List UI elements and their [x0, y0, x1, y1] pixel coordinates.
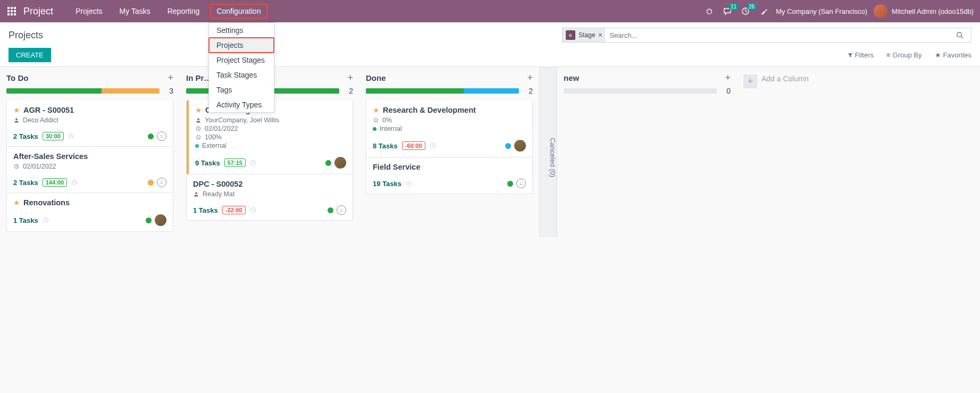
column-add-icon[interactable]: + — [167, 72, 173, 83]
kanban-card[interactable]: DPC - S00052 Ready Mat 1 Tasks -22:00 — [186, 174, 353, 221]
column-title[interactable]: Done — [366, 73, 386, 82]
star-icon[interactable]: ★ — [195, 106, 202, 114]
column-count: 0 — [723, 87, 731, 95]
svg-point-28 — [197, 136, 198, 137]
apps-icon[interactable] — [6, 6, 17, 16]
column-add-icon[interactable]: + — [527, 72, 533, 83]
svg-point-34 — [342, 209, 343, 210]
assignee-avatar-icon[interactable] — [514, 140, 526, 152]
kanban-column: To Do + 3 ★AGR - S00051 Deco Addict 2 Ta… — [0, 67, 180, 237]
menu-projects[interactable]: Projects — [68, 2, 110, 21]
search-input[interactable] — [605, 31, 956, 39]
clock-icon — [195, 126, 202, 131]
card-foot-right — [148, 131, 166, 141]
clock-icon — [13, 164, 20, 169]
dropdown-task-stages[interactable]: Task Stages — [209, 68, 274, 82]
menu-my-tasks[interactable]: My Tasks — [112, 2, 158, 21]
kanban-column: Done + 2 ★Research & Development 0%Inter… — [359, 67, 539, 237]
app-brand[interactable]: Project — [23, 6, 53, 17]
status-dot-icon[interactable] — [148, 133, 154, 139]
status-dot-icon[interactable] — [325, 160, 331, 166]
svg-point-36 — [375, 119, 375, 120]
svg-point-23 — [162, 181, 163, 182]
dropdown-project-stages[interactable]: Project Stages — [209, 53, 274, 68]
company-selector[interactable]: My Company (San Francisco) — [776, 7, 867, 15]
tasks-link[interactable]: 19 Tasks — [373, 180, 401, 188]
status-dot-icon[interactable] — [507, 181, 513, 187]
satisfaction-icon[interactable] — [157, 131, 166, 141]
star-icon[interactable]: ★ — [373, 106, 380, 114]
satisfaction-icon[interactable] — [157, 178, 166, 187]
status-dot-icon[interactable] — [148, 180, 154, 186]
user-menu[interactable]: Mitchell Admin (odoo15db) — [874, 4, 974, 18]
column-title[interactable]: To Do — [6, 73, 28, 82]
kanban-card[interactable]: ★Renovations 1 Tasks — [6, 193, 173, 232]
assignee-avatar-icon[interactable] — [155, 214, 166, 226]
column-add-icon[interactable]: + — [347, 72, 353, 83]
progress-bar[interactable] — [366, 88, 519, 94]
facet-remove-icon[interactable]: × — [598, 31, 602, 39]
card-meta: 02/01/2022 — [195, 125, 346, 132]
tasks-link[interactable]: 2 Tasks — [13, 132, 38, 140]
kanban-card[interactable]: Field Service 19 Tasks — [366, 157, 533, 194]
card-meta: 100% — [195, 133, 346, 141]
add-column-label: Add a Column — [761, 74, 809, 83]
facet-label: Stage — [579, 31, 595, 39]
create-button[interactable]: CREATE — [9, 48, 51, 62]
bar-segment — [564, 88, 717, 94]
satisfaction-icon[interactable] — [337, 205, 346, 215]
svg-point-40 — [520, 182, 521, 183]
tasks-link[interactable]: 8 Tasks — [373, 142, 398, 150]
dropdown-projects[interactable]: Projects — [209, 38, 274, 53]
tasks-link[interactable]: 2 Tasks — [13, 179, 38, 187]
user-name: Mitchell Admin (odoo15db) — [892, 7, 974, 15]
column-title[interactable]: new — [564, 73, 579, 82]
bug-icon[interactable] — [703, 5, 715, 17]
kanban-card[interactable]: ★AGR - S00051 Deco Addict 2 Tasks 30:00 — [6, 101, 173, 147]
svg-rect-1 — [11, 7, 13, 9]
card-title: Field Service — [373, 163, 420, 171]
menu-configuration[interactable]: Configuration — [209, 2, 268, 21]
tasks-link[interactable]: 1 Tasks — [13, 216, 38, 224]
status-dot-icon[interactable] — [146, 218, 152, 223]
menu-reporting[interactable]: Reporting — [160, 2, 207, 21]
person-icon — [13, 118, 20, 123]
clock-icon — [406, 180, 412, 187]
dropdown-tags[interactable]: Tags — [209, 82, 274, 97]
dropdown-settings[interactable]: Settings — [209, 23, 274, 38]
kanban-card[interactable]: ★Research & Development 0%Internal 8 Tas… — [366, 101, 533, 157]
column-folded-canceled[interactable]: Canceled (0) — [539, 67, 557, 237]
star-icon[interactable]: ★ — [13, 106, 20, 114]
activity-icon[interactable]: 26 — [740, 5, 751, 17]
card-tag: Internal — [373, 125, 526, 132]
favorites-button[interactable]: ★Favorites — [935, 51, 971, 59]
status-dot-icon[interactable] — [328, 207, 333, 213]
messages-icon[interactable]: 11 — [722, 5, 733, 17]
kanban-card[interactable]: After-Sales Services 02/01/2022 2 Tasks … — [6, 147, 173, 193]
dropdown-activity-types[interactable]: Activity Types — [209, 97, 274, 112]
folded-title: Canceled (0) — [549, 138, 557, 177]
star-icon[interactable]: ★ — [13, 198, 20, 207]
add-column[interactable]: + Add a Column — [737, 67, 822, 237]
wrench-icon[interactable] — [758, 5, 769, 17]
card-foot-right — [146, 214, 166, 226]
status-dot-icon[interactable] — [505, 143, 511, 149]
svg-rect-8 — [14, 13, 16, 15]
svg-point-31 — [195, 192, 197, 194]
search-icon[interactable] — [956, 31, 971, 39]
hours-pill: 57:15 — [224, 158, 246, 167]
page-title: Projects — [9, 30, 43, 41]
svg-line-15 — [961, 37, 964, 39]
filters-button[interactable]: Filters — [848, 51, 874, 59]
tasks-link[interactable]: 9 Tasks — [195, 159, 220, 167]
tasks-link[interactable]: 1 Tasks — [193, 206, 218, 214]
groupby-button[interactable]: ≡Group By — [886, 51, 922, 59]
satisfaction-icon[interactable] — [516, 179, 526, 188]
assignee-avatar-icon[interactable] — [334, 157, 346, 169]
column-add-icon[interactable]: + — [725, 72, 731, 83]
card-title: Renovations — [23, 198, 70, 207]
clock-icon — [43, 217, 49, 223]
progress-bar[interactable] — [6, 88, 160, 94]
progress-bar[interactable] — [564, 88, 717, 94]
plus-icon: + — [743, 74, 757, 88]
